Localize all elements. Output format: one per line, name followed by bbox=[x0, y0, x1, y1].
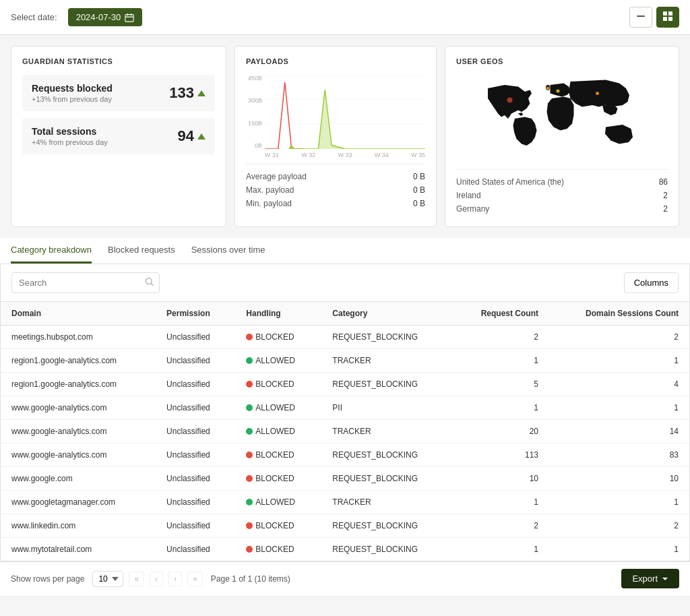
svg-rect-1 bbox=[637, 16, 645, 17]
cell-session-count: 2 bbox=[549, 326, 689, 349]
view-toggle bbox=[629, 7, 679, 28]
next-page-button[interactable]: › bbox=[168, 572, 182, 586]
cell-category: TRACKER bbox=[321, 349, 452, 373]
tab-blocked-requests[interactable]: Blocked requests bbox=[108, 238, 175, 264]
payloads-card: PAYLOADS 450B 300B 150B 0B bbox=[234, 46, 437, 227]
cell-request-count: 5 bbox=[452, 373, 549, 396]
cell-handling: ALLOWED bbox=[235, 491, 321, 514]
cell-category: REQUEST_BLOCKING bbox=[321, 326, 452, 349]
search-wrap bbox=[11, 272, 160, 293]
geo-row-germany: Germany 2 bbox=[456, 202, 668, 216]
prev-page-button[interactable]: ‹ bbox=[150, 572, 163, 586]
table-row: www.google-analytics.com Unclassified BL… bbox=[1, 443, 689, 467]
cell-permission: Unclassified bbox=[156, 396, 235, 420]
cell-session-count: 10 bbox=[549, 467, 689, 491]
svg-rect-5 bbox=[668, 17, 672, 21]
table-row: www.google-analytics.com Unclassified AL… bbox=[1, 420, 689, 443]
requests-blocked-value: 133 bbox=[169, 84, 206, 102]
svg-rect-3 bbox=[668, 11, 672, 16]
cell-permission: Unclassified bbox=[156, 467, 235, 491]
svg-marker-10 bbox=[292, 90, 425, 149]
cell-request-count: 20 bbox=[452, 420, 549, 443]
grid-view-button[interactable] bbox=[656, 7, 679, 28]
date-picker-button[interactable]: 2024-07-30 bbox=[68, 8, 143, 26]
guardian-title: GUARDIAN STATISTICS bbox=[22, 57, 215, 65]
cell-request-count: 1 bbox=[452, 538, 549, 561]
date-value: 2024-07-30 bbox=[76, 12, 121, 22]
svg-point-15 bbox=[546, 87, 550, 90]
top-bar: Select date: 2024-07-30 bbox=[0, 0, 690, 35]
calendar-icon bbox=[125, 13, 134, 22]
cell-request-count: 2 bbox=[452, 326, 549, 349]
max-payload-row: Max. payload 0 B bbox=[246, 183, 425, 197]
cell-permission: Unclassified bbox=[156, 373, 235, 396]
cell-category: REQUEST_BLOCKING bbox=[321, 538, 452, 561]
cell-request-count: 1 bbox=[452, 491, 549, 514]
table-row: region1.google-analytics.com Unclassifie… bbox=[1, 373, 689, 396]
cell-handling: BLOCKED bbox=[235, 538, 321, 561]
handling-dot bbox=[246, 404, 253, 411]
cell-permission: Unclassified bbox=[156, 443, 235, 467]
list-view-button[interactable] bbox=[629, 7, 652, 28]
th-domain: Domain bbox=[1, 302, 156, 326]
handling-dot bbox=[246, 522, 253, 529]
handling-dot bbox=[246, 452, 253, 458]
total-sessions-value: 94 bbox=[178, 127, 206, 145]
svg-rect-0 bbox=[125, 14, 133, 22]
cell-handling: BLOCKED bbox=[235, 467, 321, 491]
rows-per-page-select[interactable]: 10 25 50 bbox=[92, 571, 123, 587]
th-category: Category bbox=[321, 302, 452, 326]
handling-dot bbox=[246, 357, 253, 364]
cell-permission: Unclassified bbox=[156, 491, 235, 514]
date-label: Select date: bbox=[11, 12, 57, 22]
cell-session-count: 1 bbox=[549, 491, 689, 514]
requests-blocked-sub: +13% from previous day bbox=[32, 95, 113, 103]
cell-request-count: 1 bbox=[452, 396, 549, 420]
avg-payload-label: Average payload bbox=[246, 172, 307, 181]
search-input[interactable] bbox=[11, 272, 160, 293]
cell-handling: BLOCKED bbox=[235, 443, 321, 467]
payloads-title: PAYLOADS bbox=[246, 57, 425, 65]
up-arrow-icon bbox=[197, 90, 206, 96]
x-axis-labels: W 31 W 32 W 33 W 34 W 35 bbox=[246, 152, 425, 158]
requests-blocked-box: Requests blocked +13% from previous day … bbox=[22, 75, 215, 111]
tab-category-breakdown[interactable]: Category breakdown bbox=[11, 238, 92, 264]
total-sessions-box: Total sessions +4% from previous day 94 bbox=[22, 118, 215, 154]
handling-dot bbox=[246, 499, 253, 505]
cell-domain: www.google-analytics.com bbox=[1, 443, 156, 467]
rows-per-page-label: Show rows per page bbox=[11, 574, 84, 584]
cell-category: REQUEST_BLOCKING bbox=[321, 443, 452, 467]
first-page-button[interactable]: « bbox=[129, 572, 144, 586]
geo-count: 2 bbox=[663, 204, 668, 214]
avg-payload-value: 0 B bbox=[413, 172, 425, 181]
cell-request-count: 1 bbox=[452, 349, 549, 373]
table-row: www.googletagmanager.com Unclassified AL… bbox=[1, 491, 689, 514]
last-page-button[interactable]: » bbox=[187, 572, 203, 586]
geos-card: USER GEOS bbox=[445, 46, 679, 227]
guardian-card: GUARDIAN STATISTICS Requests blocked +13… bbox=[11, 46, 226, 227]
geos-title: USER GEOS bbox=[456, 57, 668, 65]
payload-stats: Average payload 0 B Max. payload 0 B Min… bbox=[246, 164, 425, 210]
export-button[interactable]: Export bbox=[621, 569, 679, 588]
cell-domain: region1.google-analytics.com bbox=[1, 349, 156, 373]
cell-session-count: 83 bbox=[549, 443, 689, 467]
svg-point-16 bbox=[557, 90, 560, 93]
cell-domain: www.googletagmanager.com bbox=[1, 491, 156, 514]
table-row: meetings.hubspot.com Unclassified BLOCKE… bbox=[1, 326, 689, 349]
geo-name: Germany bbox=[456, 204, 489, 214]
cell-handling: ALLOWED bbox=[235, 420, 321, 443]
th-session-count: Domain Sessions Count bbox=[549, 302, 689, 326]
cell-session-count: 2 bbox=[549, 514, 689, 538]
cell-domain: www.google-analytics.com bbox=[1, 396, 156, 420]
geo-count: 86 bbox=[659, 177, 668, 187]
tab-sessions-over-time[interactable]: Sessions over time bbox=[191, 238, 265, 264]
cell-domain: www.linkedin.com bbox=[1, 514, 156, 538]
svg-rect-4 bbox=[663, 17, 667, 21]
columns-button[interactable]: Columns bbox=[624, 272, 679, 293]
geo-row-usa: United States of America (the) 86 bbox=[456, 175, 668, 189]
avg-payload-row: Average payload 0 B bbox=[246, 170, 425, 183]
svg-point-12 bbox=[620, 93, 625, 97]
search-row: Columns bbox=[1, 264, 689, 301]
cell-handling: ALLOWED bbox=[235, 349, 321, 373]
svg-rect-2 bbox=[663, 11, 667, 16]
